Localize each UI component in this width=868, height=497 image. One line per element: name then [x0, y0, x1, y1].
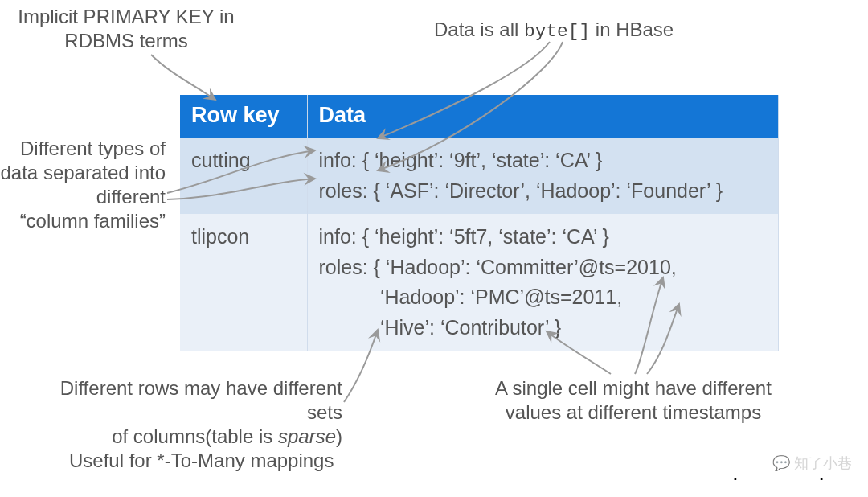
cell-data: info: { ‘height’: ‘5ft7, ‘state’: ‘CA’ }…: [307, 214, 779, 351]
text: A single cell might have different: [495, 377, 772, 399]
data-line: roles: { ‘ASF’: ‘Director’, ‘Hadoop’: ‘F…: [319, 176, 768, 207]
text: Useful for *-To-Many mappings: [69, 450, 334, 471]
text: RDBMS terms: [64, 30, 187, 51]
annotation-byte-array: Data is all byte[] in HBase: [434, 18, 674, 43]
decorative-dots: . .: [732, 460, 847, 486]
text: data separated into: [1, 162, 166, 183]
cell-data: info: { ‘height’: ‘9ft’, ‘state’: ‘CA’ }…: [307, 138, 779, 214]
code: byte[]: [524, 21, 590, 42]
table-header-rowkey: Row key: [180, 95, 307, 138]
data-line: ‘Hadoop’: ‘PMC’@ts=2011,: [319, 282, 768, 313]
cell-rowkey: cutting: [180, 138, 307, 214]
data-line: info: { ‘height’: ‘5ft7, ‘state’: ‘CA’ }: [319, 222, 768, 253]
annotation-primary-key: Implicit PRIMARY KEY in RDBMS terms: [18, 5, 235, 53]
table-row: tlipcon info: { ‘height’: ‘5ft7, ‘state’…: [180, 214, 779, 351]
text: Data is all: [434, 18, 524, 40]
text: Implicit PRIMARY KEY in: [18, 6, 234, 27]
annotation-column-families: Different types of data separated into d…: [0, 137, 166, 233]
cell-rowkey: tlipcon: [180, 214, 307, 351]
text: “column families”: [20, 210, 166, 232]
text: in HBase: [590, 18, 674, 40]
text: of columns(table is: [112, 425, 278, 447]
text-italic: sparse: [278, 425, 336, 447]
text: different: [96, 186, 166, 207]
text: Different rows may have different sets: [60, 377, 342, 423]
data-line: info: { ‘height’: ‘9ft’, ‘state’: ‘CA’ }: [319, 146, 768, 176]
text: ): [336, 425, 342, 447]
text: Different types of: [20, 138, 166, 159]
annotation-timestamps: A single cell might have different value…: [473, 376, 794, 425]
data-line: roles: { ‘Hadoop’: ‘Committer’@ts=2010,: [319, 253, 768, 283]
table-header-data: Data: [307, 95, 779, 138]
hbase-table: Row key Data cutting info: { ‘height’: ‘…: [180, 95, 779, 351]
data-line: ‘Hive’: ‘Contributor’ }: [319, 313, 768, 343]
table-row: cutting info: { ‘height’: ‘9ft’, ‘state’…: [180, 138, 779, 214]
annotation-sparse: Different rows may have different sets o…: [21, 376, 342, 449]
annotation-useful: Useful for *-To-Many mappings: [69, 449, 334, 473]
text: values at different timestamps: [506, 401, 761, 423]
